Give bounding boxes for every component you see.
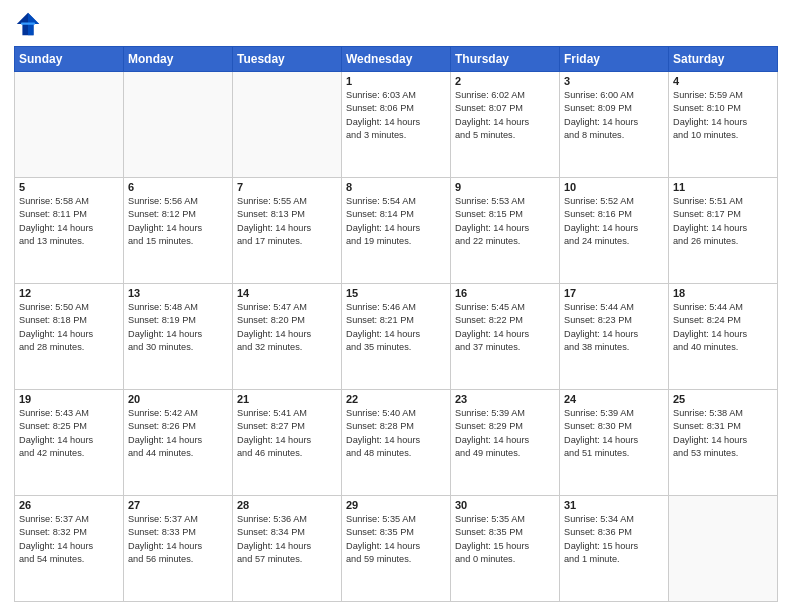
logo-icon [14, 10, 42, 38]
page: SundayMondayTuesdayWednesdayThursdayFrid… [0, 0, 792, 612]
day-info: Sunrise: 5:41 AMSunset: 8:27 PMDaylight:… [237, 407, 337, 460]
calendar-cell: 19Sunrise: 5:43 AMSunset: 8:25 PMDayligh… [15, 390, 124, 496]
week-row-4: 19Sunrise: 5:43 AMSunset: 8:25 PMDayligh… [15, 390, 778, 496]
day-number: 11 [673, 181, 773, 193]
calendar-cell: 1Sunrise: 6:03 AMSunset: 8:06 PMDaylight… [342, 72, 451, 178]
weekday-header-thursday: Thursday [451, 47, 560, 72]
day-info: Sunrise: 5:35 AMSunset: 8:35 PMDaylight:… [346, 513, 446, 566]
day-number: 1 [346, 75, 446, 87]
day-info: Sunrise: 5:53 AMSunset: 8:15 PMDaylight:… [455, 195, 555, 248]
day-info: Sunrise: 5:37 AMSunset: 8:33 PMDaylight:… [128, 513, 228, 566]
day-info: Sunrise: 6:00 AMSunset: 8:09 PMDaylight:… [564, 89, 664, 142]
day-info: Sunrise: 5:52 AMSunset: 8:16 PMDaylight:… [564, 195, 664, 248]
calendar-cell: 23Sunrise: 5:39 AMSunset: 8:29 PMDayligh… [451, 390, 560, 496]
svg-rect-2 [21, 23, 35, 25]
weekday-header-row: SundayMondayTuesdayWednesdayThursdayFrid… [15, 47, 778, 72]
day-number: 2 [455, 75, 555, 87]
day-number: 27 [128, 499, 228, 511]
calendar-cell [669, 496, 778, 602]
calendar-cell [233, 72, 342, 178]
day-info: Sunrise: 5:38 AMSunset: 8:31 PMDaylight:… [673, 407, 773, 460]
calendar-cell: 25Sunrise: 5:38 AMSunset: 8:31 PMDayligh… [669, 390, 778, 496]
day-info: Sunrise: 5:42 AMSunset: 8:26 PMDaylight:… [128, 407, 228, 460]
week-row-5: 26Sunrise: 5:37 AMSunset: 8:32 PMDayligh… [15, 496, 778, 602]
day-number: 24 [564, 393, 664, 405]
weekday-header-sunday: Sunday [15, 47, 124, 72]
calendar-cell: 8Sunrise: 5:54 AMSunset: 8:14 PMDaylight… [342, 178, 451, 284]
calendar-cell: 10Sunrise: 5:52 AMSunset: 8:16 PMDayligh… [560, 178, 669, 284]
day-info: Sunrise: 5:39 AMSunset: 8:29 PMDaylight:… [455, 407, 555, 460]
day-number: 4 [673, 75, 773, 87]
calendar-cell: 30Sunrise: 5:35 AMSunset: 8:35 PMDayligh… [451, 496, 560, 602]
calendar-cell: 22Sunrise: 5:40 AMSunset: 8:28 PMDayligh… [342, 390, 451, 496]
calendar-cell [124, 72, 233, 178]
day-info: Sunrise: 6:03 AMSunset: 8:06 PMDaylight:… [346, 89, 446, 142]
header [14, 10, 778, 38]
calendar-cell: 18Sunrise: 5:44 AMSunset: 8:24 PMDayligh… [669, 284, 778, 390]
day-info: Sunrise: 5:37 AMSunset: 8:32 PMDaylight:… [19, 513, 119, 566]
day-number: 25 [673, 393, 773, 405]
day-info: Sunrise: 5:40 AMSunset: 8:28 PMDaylight:… [346, 407, 446, 460]
day-info: Sunrise: 6:02 AMSunset: 8:07 PMDaylight:… [455, 89, 555, 142]
calendar-cell: 28Sunrise: 5:36 AMSunset: 8:34 PMDayligh… [233, 496, 342, 602]
calendar-cell: 11Sunrise: 5:51 AMSunset: 8:17 PMDayligh… [669, 178, 778, 284]
day-number: 12 [19, 287, 119, 299]
weekday-header-tuesday: Tuesday [233, 47, 342, 72]
calendar-cell: 13Sunrise: 5:48 AMSunset: 8:19 PMDayligh… [124, 284, 233, 390]
calendar-cell: 21Sunrise: 5:41 AMSunset: 8:27 PMDayligh… [233, 390, 342, 496]
day-info: Sunrise: 5:36 AMSunset: 8:34 PMDaylight:… [237, 513, 337, 566]
day-info: Sunrise: 5:45 AMSunset: 8:22 PMDaylight:… [455, 301, 555, 354]
day-number: 29 [346, 499, 446, 511]
day-info: Sunrise: 5:58 AMSunset: 8:11 PMDaylight:… [19, 195, 119, 248]
weekday-header-friday: Friday [560, 47, 669, 72]
day-number: 30 [455, 499, 555, 511]
calendar-cell: 26Sunrise: 5:37 AMSunset: 8:32 PMDayligh… [15, 496, 124, 602]
calendar-cell: 2Sunrise: 6:02 AMSunset: 8:07 PMDaylight… [451, 72, 560, 178]
calendar-cell: 14Sunrise: 5:47 AMSunset: 8:20 PMDayligh… [233, 284, 342, 390]
calendar-cell: 27Sunrise: 5:37 AMSunset: 8:33 PMDayligh… [124, 496, 233, 602]
day-number: 22 [346, 393, 446, 405]
day-info: Sunrise: 5:54 AMSunset: 8:14 PMDaylight:… [346, 195, 446, 248]
day-info: Sunrise: 5:39 AMSunset: 8:30 PMDaylight:… [564, 407, 664, 460]
day-number: 16 [455, 287, 555, 299]
calendar-cell: 24Sunrise: 5:39 AMSunset: 8:30 PMDayligh… [560, 390, 669, 496]
day-info: Sunrise: 5:46 AMSunset: 8:21 PMDaylight:… [346, 301, 446, 354]
day-info: Sunrise: 5:48 AMSunset: 8:19 PMDaylight:… [128, 301, 228, 354]
week-row-3: 12Sunrise: 5:50 AMSunset: 8:18 PMDayligh… [15, 284, 778, 390]
day-info: Sunrise: 5:50 AMSunset: 8:18 PMDaylight:… [19, 301, 119, 354]
day-info: Sunrise: 5:47 AMSunset: 8:20 PMDaylight:… [237, 301, 337, 354]
day-info: Sunrise: 5:44 AMSunset: 8:23 PMDaylight:… [564, 301, 664, 354]
calendar-cell: 17Sunrise: 5:44 AMSunset: 8:23 PMDayligh… [560, 284, 669, 390]
calendar-cell: 29Sunrise: 5:35 AMSunset: 8:35 PMDayligh… [342, 496, 451, 602]
day-number: 26 [19, 499, 119, 511]
calendar-cell: 12Sunrise: 5:50 AMSunset: 8:18 PMDayligh… [15, 284, 124, 390]
day-info: Sunrise: 5:59 AMSunset: 8:10 PMDaylight:… [673, 89, 773, 142]
day-number: 28 [237, 499, 337, 511]
calendar-cell: 6Sunrise: 5:56 AMSunset: 8:12 PMDaylight… [124, 178, 233, 284]
day-number: 23 [455, 393, 555, 405]
day-info: Sunrise: 5:34 AMSunset: 8:36 PMDaylight:… [564, 513, 664, 566]
calendar-cell: 31Sunrise: 5:34 AMSunset: 8:36 PMDayligh… [560, 496, 669, 602]
day-number: 9 [455, 181, 555, 193]
day-number: 6 [128, 181, 228, 193]
day-number: 14 [237, 287, 337, 299]
calendar-cell: 4Sunrise: 5:59 AMSunset: 8:10 PMDaylight… [669, 72, 778, 178]
day-info: Sunrise: 5:51 AMSunset: 8:17 PMDaylight:… [673, 195, 773, 248]
day-number: 10 [564, 181, 664, 193]
day-number: 8 [346, 181, 446, 193]
day-number: 18 [673, 287, 773, 299]
day-number: 13 [128, 287, 228, 299]
day-info: Sunrise: 5:44 AMSunset: 8:24 PMDaylight:… [673, 301, 773, 354]
day-number: 21 [237, 393, 337, 405]
calendar-cell: 7Sunrise: 5:55 AMSunset: 8:13 PMDaylight… [233, 178, 342, 284]
calendar-cell: 3Sunrise: 6:00 AMSunset: 8:09 PMDaylight… [560, 72, 669, 178]
day-info: Sunrise: 5:43 AMSunset: 8:25 PMDaylight:… [19, 407, 119, 460]
logo [14, 10, 46, 38]
calendar-cell: 15Sunrise: 5:46 AMSunset: 8:21 PMDayligh… [342, 284, 451, 390]
day-number: 19 [19, 393, 119, 405]
day-number: 31 [564, 499, 664, 511]
day-number: 17 [564, 287, 664, 299]
calendar-cell: 9Sunrise: 5:53 AMSunset: 8:15 PMDaylight… [451, 178, 560, 284]
day-info: Sunrise: 5:55 AMSunset: 8:13 PMDaylight:… [237, 195, 337, 248]
day-info: Sunrise: 5:35 AMSunset: 8:35 PMDaylight:… [455, 513, 555, 566]
